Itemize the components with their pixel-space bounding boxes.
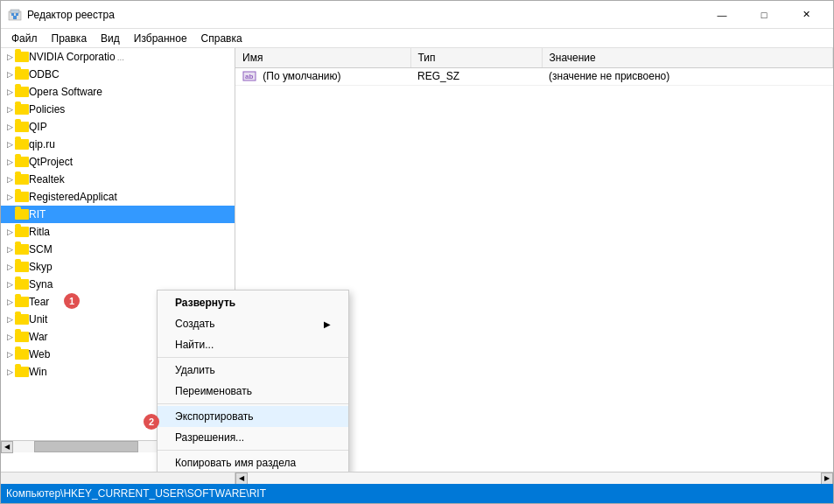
- tree-item-realtek[interactable]: ▷ Realtek: [1, 171, 235, 188]
- expander-war: ▷: [4, 332, 15, 342]
- table-row: ab (По умолчанию) REG_SZ (значение не пр…: [235, 67, 833, 85]
- bottom-left-corner: [1, 472, 235, 484]
- folder-icon-war: [15, 332, 29, 342]
- folder-icon-ritla: [15, 227, 29, 237]
- tree-item-skype[interactable]: ▷ Skyp: [1, 258, 235, 276]
- tree-item-opera[interactable]: ▷ Opera Software: [1, 83, 235, 101]
- close-button[interactable]: ✕: [786, 2, 826, 28]
- badge-2: 2: [144, 414, 159, 430]
- tree-item-nvidia[interactable]: ▷ NVIDIA Corporatio ...: [1, 48, 235, 66]
- tree-item-qtproject[interactable]: ▷ QtProject: [1, 153, 235, 171]
- ctx-sep-2: [158, 403, 348, 404]
- tree-label-war: War: [29, 331, 48, 343]
- ctx-expand[interactable]: Развернуть: [158, 292, 348, 313]
- col-name[interactable]: Имя: [235, 48, 410, 67]
- expander-realtek: ▷: [4, 174, 15, 185]
- scroll-thumb-left[interactable]: [34, 441, 139, 452]
- tree-label-odbc: ODBC: [29, 68, 60, 80]
- folder-icon-policies: [15, 104, 29, 115]
- folder-icon-rit: [15, 209, 29, 220]
- window-title: Редактор реестра: [27, 9, 702, 21]
- cell-type: REG_SZ: [410, 67, 542, 85]
- cell-name: ab (По умолчанию): [235, 67, 410, 85]
- minimize-button[interactable]: —: [702, 2, 742, 28]
- expander-scm: ▷: [4, 244, 15, 255]
- status-bar: Компьютер\HKEY_CURRENT_USER\SOFTWARE\RIT: [1, 484, 833, 503]
- app-icon: [8, 8, 22, 22]
- expander-regapps: ▷: [4, 192, 15, 202]
- tree-label-opera: Opera Software: [29, 86, 102, 98]
- menu-bar: Файл Правка Вид Избранное Справка: [1, 29, 833, 48]
- tree-label-syna: Syna: [29, 278, 53, 290]
- ctx-sep-1: [158, 357, 348, 358]
- tree-label-regapps: RegisteredApplicat: [29, 191, 117, 203]
- tree-item-ritla[interactable]: ▷ Ritla: [1, 223, 235, 241]
- expander-syna: ▷: [4, 279, 15, 290]
- tree-item-scm[interactable]: ▷ SCM: [1, 241, 235, 258]
- tree-label-scm: SCM: [29, 243, 53, 256]
- menu-edit[interactable]: Правка: [45, 31, 95, 46]
- maximize-button[interactable]: □: [744, 2, 784, 28]
- folder-icon-win: [15, 367, 29, 377]
- submenu-arrow-create: ▶: [324, 319, 331, 329]
- ctx-sep-3: [158, 450, 348, 451]
- svg-rect-4: [13, 16, 17, 19]
- col-type[interactable]: Тип: [410, 48, 542, 67]
- col-value[interactable]: Значение: [542, 48, 833, 67]
- folder-icon-unit: [15, 314, 29, 325]
- svg-rect-3: [16, 13, 18, 16]
- tree-item-odbc[interactable]: ▷ ODBC: [1, 66, 235, 83]
- status-text: Компьютер\HKEY_CURRENT_USER\SOFTWARE\RIT: [6, 487, 266, 500]
- main-content: 1 2 ▷ NVIDIA Corporatio ... ▷ ODBC ▷ Ope…: [1, 48, 833, 472]
- folder-icon-scm: [15, 244, 29, 255]
- tree-item-rit[interactable]: RIT: [1, 206, 235, 223]
- tree-item-qip[interactable]: ▷ QIP: [1, 118, 235, 136]
- ctx-permissions[interactable]: Разрешения...: [158, 427, 348, 448]
- tree-label-qipru: qip.ru: [29, 138, 55, 150]
- scroll-left-btn[interactable]: ◀: [1, 441, 13, 453]
- folder-icon-tear: [15, 297, 29, 307]
- svg-rect-1: [11, 10, 19, 13]
- tree-label-skype: Skyp: [29, 261, 53, 273]
- ctx-copy-key-name[interactable]: Копировать имя раздела: [158, 452, 348, 472]
- tree-item-qipru[interactable]: ▷ qip.ru: [1, 136, 235, 153]
- ctx-export[interactable]: Экспортировать: [158, 406, 348, 427]
- scroll-left-right-btn[interactable]: ◀: [235, 472, 248, 485]
- reg-value-icon: ab: [242, 70, 256, 82]
- expander-qtproject: ▷: [4, 157, 15, 167]
- scroll-right-right-btn[interactable]: ▶: [821, 472, 833, 485]
- menu-view[interactable]: Вид: [94, 31, 127, 46]
- ctx-find[interactable]: Найти...: [158, 334, 348, 355]
- expander-opera: ▷: [4, 87, 15, 97]
- menu-file[interactable]: Файл: [4, 31, 45, 46]
- folder-icon-syna: [15, 279, 29, 290]
- right-scrollbar: ◀ ▶: [235, 472, 833, 484]
- tree-label-web: Web: [29, 348, 50, 360]
- tree-item-policies[interactable]: ▷ Policies: [1, 101, 235, 118]
- badge-1: 1: [64, 293, 80, 309]
- expander-web: ▷: [4, 349, 15, 360]
- expander-rit: [4, 209, 15, 220]
- tree-item-regapps[interactable]: ▷ RegisteredApplicat: [1, 188, 235, 206]
- folder-icon-qip: [15, 122, 29, 132]
- registry-table: Имя Тип Значение ab (По умолчанию): [235, 48, 833, 86]
- menu-help[interactable]: Справка: [194, 31, 249, 46]
- ctx-delete[interactable]: Удалить: [158, 360, 348, 381]
- bottom-scrollbar-row: ◀ ▶: [1, 472, 833, 484]
- expander-qipru: ▷: [4, 139, 15, 150]
- ctx-create[interactable]: Создать ▶: [158, 313, 348, 334]
- window-controls: — □ ✕: [702, 2, 826, 28]
- tree-label-realtek: Realtek: [29, 173, 65, 186]
- folder-icon-web: [15, 349, 29, 360]
- folder-icon-realtek: [15, 174, 29, 185]
- tree-label-policies: Policies: [29, 103, 65, 116]
- expander-skype: ▷: [4, 262, 15, 272]
- title-bar: Редактор реестра — □ ✕: [1, 1, 833, 29]
- tree-label-nvidia: NVIDIA Corporatio: [29, 51, 116, 63]
- expander-nvidia: ▷: [4, 52, 15, 62]
- tree-label-win: Win: [29, 366, 47, 378]
- registry-editor-window: Редактор реестра — □ ✕ Файл Правка Вид И…: [0, 0, 834, 504]
- folder-icon-nvidia: [15, 52, 29, 62]
- ctx-rename[interactable]: Переименовать: [158, 381, 348, 402]
- menu-favorites[interactable]: Избранное: [127, 31, 194, 46]
